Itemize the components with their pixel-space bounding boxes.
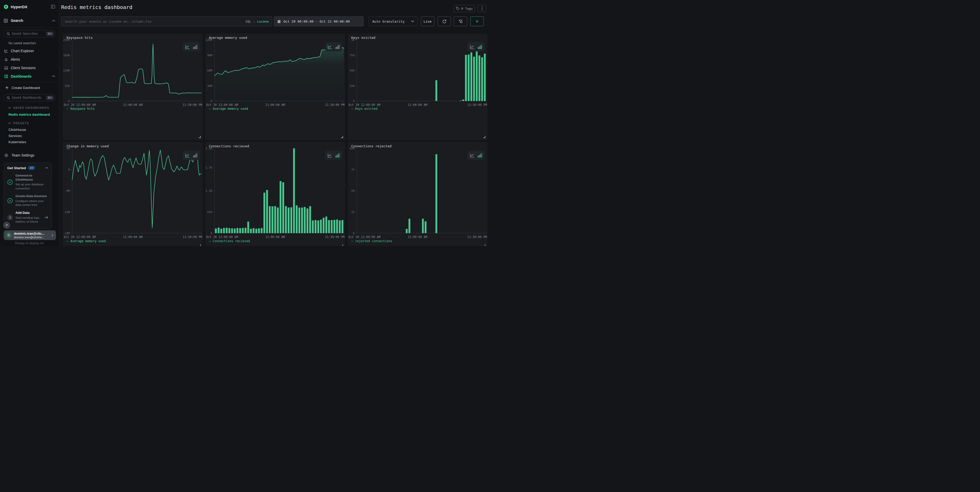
arrow-right-icon[interactable] [44, 216, 48, 219]
create-dashboard-button[interactable]: Create Dashboard [0, 84, 59, 91]
chart-plot: 0255075100Oct 20 12:00:00 AM11:00:00 AM1… [348, 146, 487, 243]
sidebar-item-redis-dashboard[interactable]: Redis metrics dashboard [8, 112, 55, 117]
chevron-down-icon [8, 123, 11, 124]
task-create-data-sources[interactable]: Create Data Sources Configure where your… [7, 194, 48, 207]
preset-item-services[interactable]: Services [8, 133, 55, 139]
presets-header[interactable]: PRESETS [8, 122, 55, 125]
svg-text:0: 0 [353, 232, 355, 235]
brand-row: HyperDX [0, 0, 59, 13]
user-email: dominic.tran@clickho... [14, 236, 45, 239]
user-menu[interactable]: D dominic.tran@clic... dominic.tran@clic… [3, 230, 56, 240]
bar-chart-icon[interactable] [193, 45, 197, 49]
svg-text:11:00:00 AM: 11:00:00 AM [123, 103, 143, 107]
resize-handle[interactable] [341, 136, 343, 138]
line-chart-icon[interactable] [327, 153, 332, 158]
sidebar-item-client-sessions[interactable]: Client Sessions [0, 64, 59, 72]
chart-legend: —Average memory used [67, 239, 106, 243]
line-chart-icon[interactable] [327, 45, 332, 49]
chart-type-toggle [183, 151, 200, 160]
events-search-input[interactable] [65, 19, 243, 24]
filter-edit-icon [458, 19, 463, 24]
legend-swatch: — [351, 107, 353, 110]
chart-legend: —Keys evicted [351, 107, 377, 110]
svg-text:-12M: -12M [63, 210, 70, 214]
svg-text:75: 75 [351, 168, 355, 172]
svg-text:90M: 90M [207, 54, 212, 57]
line-chart-icon[interactable] [470, 45, 474, 49]
svg-text:11:00:00 AM: 11:00:00 AM [408, 235, 427, 239]
sidebar-item-team-settings[interactable]: Team Settings [0, 151, 59, 159]
preset-item-kubernetes[interactable]: Kubernetes [8, 139, 55, 145]
svg-text:11:30:00 PM: 11:30:00 PM [325, 235, 345, 239]
calendar-icon [277, 19, 281, 23]
bar-chart-icon[interactable] [193, 153, 197, 158]
brand-name: HyperDX [11, 5, 27, 9]
saved-dashboards-input[interactable]: Saved Dashboards ⌘K [3, 94, 55, 101]
legend-swatch: — [209, 239, 211, 243]
sidebar: HyperDX Search Saved Searches ⌘K No save… [0, 0, 59, 246]
chart-legend: —rejected connections [351, 239, 392, 243]
chart-plot: 05501.1K1.7K2.2KOct 20 12:00:00 AM11:00:… [205, 146, 345, 243]
svg-text:Oct 20 12:00:00 AM: Oct 20 12:00:00 AM [206, 103, 238, 107]
panel-menu-button[interactable] [478, 5, 486, 12]
svg-text:0: 0 [68, 168, 70, 172]
run-query-button[interactable] [470, 16, 484, 26]
svg-text:500: 500 [350, 69, 355, 72]
task-add-data[interactable]: 3 Add Data Start sending logs, metrics, … [7, 211, 48, 224]
check-circle-icon [7, 180, 13, 185]
saved-dashboards-header[interactable]: SAVED DASHBOARDS [8, 106, 55, 109]
chart-plot: -18M-12M-6M06MOct 20 12:00:00 AM11:00:00… [63, 146, 203, 243]
search-icon [7, 96, 10, 99]
preset-item-clickhouse[interactable]: ClickHouse [8, 127, 55, 133]
live-button[interactable]: Live [421, 16, 434, 26]
chevron-up-icon[interactable] [52, 75, 55, 77]
time-range-value: Oct 20 00:00:00 - Oct 21 00:00:00 [283, 19, 350, 23]
svg-text:25: 25 [351, 210, 355, 214]
saved-searches-input[interactable]: Saved Searches ⌘K [3, 30, 55, 37]
chart-panel-avg-memory: Average memory used030M60M90M120MOct 20 … [205, 33, 345, 140]
bar-chart-icon[interactable] [335, 45, 340, 49]
sidebar-item-alerts[interactable]: Alerts [0, 55, 59, 64]
chart-type-toggle [468, 42, 484, 51]
line-chart-icon[interactable] [185, 45, 190, 49]
chart-legend: —Average memory used [209, 107, 248, 110]
granularity-select[interactable]: Auto Granularity [369, 16, 418, 26]
sidebar-item-dashboards[interactable]: Dashboards [0, 72, 59, 80]
tags-button[interactable]: 0 Tags [453, 5, 475, 12]
svg-text:165K: 165K [63, 54, 70, 57]
bar-chart-icon[interactable] [478, 153, 482, 158]
progress-badge: 2/3 [28, 166, 35, 170]
lucene-mode-toggle[interactable]: Lucene [257, 19, 269, 23]
gear-icon [4, 153, 8, 158]
avatar: D [6, 232, 12, 238]
team-settings-label: Team Settings [11, 153, 35, 157]
hyperdx-logo-icon [3, 4, 8, 9]
chevron-up-icon[interactable] [45, 167, 48, 169]
bar-chart-icon[interactable] [478, 45, 482, 49]
resize-handle[interactable] [483, 136, 485, 138]
chart-legend: —Connections recieved [209, 239, 250, 243]
resize-handle[interactable] [198, 136, 200, 138]
task-connect-clickhouse[interactable]: Connect to ClickHouse Set up your databa… [7, 174, 48, 191]
sidebar-item-chart-explorer[interactable]: Chart Explorer [0, 46, 59, 55]
sidebar-item-search[interactable]: Search [0, 16, 59, 25]
sql-mode-toggle[interactable]: SQL [245, 19, 251, 23]
nav-label: Dashboards [11, 74, 32, 78]
sidebar-collapse-icon[interactable] [51, 5, 55, 9]
bar-chart-icon[interactable] [335, 153, 340, 158]
resize-handle[interactable] [198, 244, 200, 246]
presets-list: ClickHouse Services Kubernetes [0, 127, 59, 145]
line-chart-icon[interactable] [470, 153, 474, 158]
dashboards-grid-icon [4, 74, 8, 78]
refresh-button[interactable] [438, 16, 451, 26]
svg-text:0: 0 [210, 99, 212, 103]
filter-button[interactable] [454, 16, 467, 26]
line-chart-icon[interactable] [185, 153, 190, 158]
chevron-up-icon[interactable] [52, 19, 55, 22]
help-button[interactable]: ? [3, 221, 10, 229]
chevron-down-icon [8, 107, 11, 109]
resize-handle[interactable] [483, 244, 485, 246]
resize-handle[interactable] [341, 244, 343, 246]
time-range-picker[interactable]: Oct 20 00:00:00 - Oct 21 00:00:00 [274, 16, 364, 26]
search-section-label: Search [11, 19, 23, 22]
